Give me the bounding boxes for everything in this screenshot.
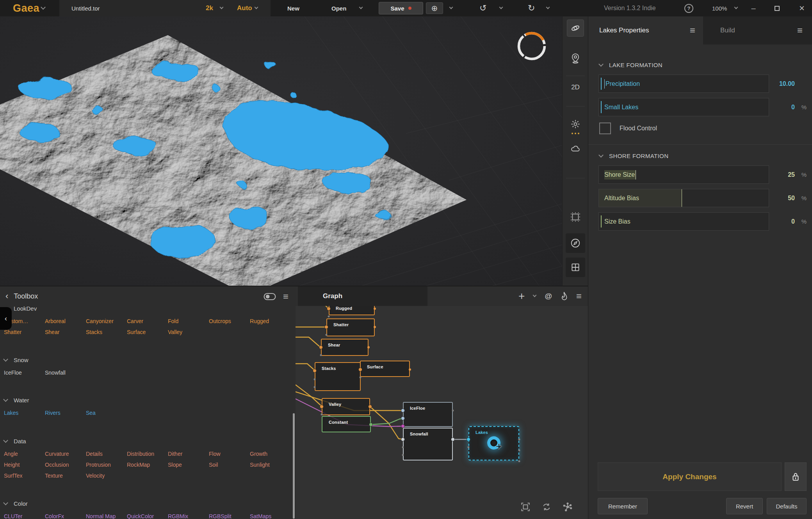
fit-to-view-icon[interactable] xyxy=(520,502,531,512)
node-source-shear[interactable]: Shear xyxy=(45,329,86,335)
undo-icon[interactable]: ↺ xyxy=(479,0,486,16)
precipitation-input[interactable]: Precipitation xyxy=(598,75,769,93)
graph-node-surface[interactable]: Surface xyxy=(360,361,410,377)
toolbox-scrollbar[interactable] xyxy=(293,413,295,519)
graph-node-shear[interactable]: Shear xyxy=(321,339,369,356)
graph-menu-icon[interactable]: ≡ xyxy=(576,291,582,301)
add-node-icon[interactable]: + xyxy=(518,291,525,302)
node-source-details[interactable]: Details xyxy=(86,451,127,457)
shore-size-input[interactable]: Shore Size xyxy=(598,165,769,184)
node-source-icefloe[interactable]: IceFloe xyxy=(4,370,45,376)
resolution-chevron-icon[interactable] xyxy=(220,0,223,16)
close-button[interactable]: × xyxy=(796,0,807,16)
node-source-canyonizer[interactable]: Canyonizer xyxy=(86,318,127,324)
lighting-button[interactable] xyxy=(563,119,588,130)
node-source-sea[interactable]: Sea xyxy=(86,410,127,416)
graph-node-shatter[interactable]: Shatter xyxy=(326,318,375,336)
node-source-sunlight[interactable]: Sunlight xyxy=(250,462,291,468)
app-menu-chevron-icon[interactable] xyxy=(41,0,45,16)
section-snow-header[interactable]: Snow xyxy=(4,357,290,363)
section-lake-formation[interactable]: LAKE FORMATION xyxy=(599,62,807,68)
graph-node-lakes-selected[interactable]: Lakes xyxy=(468,426,519,460)
node-source-fold[interactable]: Fold xyxy=(168,318,209,324)
layout-grid-button[interactable] xyxy=(566,258,585,277)
tab-lakes-properties[interactable]: Lakes Properties ≡ xyxy=(588,16,703,44)
node-source-shatter[interactable]: Shatter xyxy=(4,329,45,335)
ui-zoom-dropdown[interactable]: 100% xyxy=(712,0,727,16)
redo-icon[interactable]: ↻ xyxy=(528,0,535,16)
node-source-cluter[interactable]: CLUTer xyxy=(4,513,45,519)
graph-node-constant[interactable]: Constant xyxy=(322,416,371,432)
ui-zoom-chevron-icon[interactable] xyxy=(735,0,737,16)
node-source-velocity[interactable]: Velocity xyxy=(86,473,127,479)
node-source-angle[interactable]: Angle xyxy=(4,451,45,457)
node-source-surftex[interactable]: SurfTex xyxy=(4,473,45,479)
node-source-dither[interactable]: Dither xyxy=(168,451,209,457)
flame-icon[interactable] xyxy=(561,292,568,300)
node-source-flow[interactable]: Flow xyxy=(209,451,250,457)
revert-button[interactable]: Revert xyxy=(726,498,763,514)
node-source-arboreal[interactable]: Arboreal xyxy=(45,318,86,324)
toolbox-collapse-flyout[interactable]: ‹ xyxy=(0,307,12,330)
properties-menu-icon[interactable]: ≡ xyxy=(690,26,695,35)
flood-control-checkbox[interactable] xyxy=(599,123,611,134)
minimize-button[interactable]: – xyxy=(748,0,759,16)
node-source-quickcolor[interactable]: QuickColor xyxy=(127,513,168,519)
node-source-l[interactable]: Lakes xyxy=(4,410,45,416)
quality-mode-dropdown[interactable]: Auto xyxy=(237,0,252,16)
node-source-carver[interactable]: Carver xyxy=(127,318,168,324)
save-button[interactable]: Save xyxy=(379,2,423,14)
graph-node-snowfall[interactable]: Snowfall xyxy=(403,428,453,460)
toolbox-back-chevron-icon[interactable]: ‹ xyxy=(5,291,8,301)
quality-chevron-icon[interactable] xyxy=(255,0,258,16)
node-source-valley[interactable]: Valley xyxy=(168,329,209,335)
node-source-colorfx[interactable]: ColorFx xyxy=(45,513,86,519)
node-source-rugged[interactable]: Rugged xyxy=(250,318,291,324)
small-lakes-input[interactable]: Small Lakes xyxy=(598,98,769,116)
app-menu-button[interactable]: Gaea xyxy=(13,0,39,16)
section-lookdev-header[interactable]: LookDev xyxy=(4,305,290,312)
add-node-chevron-icon[interactable] xyxy=(533,293,537,297)
open-button[interactable]: Open xyxy=(331,0,346,16)
toolbox-menu-icon[interactable]: ≡ xyxy=(283,292,288,301)
tab-build[interactable]: Build ≡ xyxy=(703,16,812,44)
build-menu-icon[interactable]: ≡ xyxy=(797,26,803,35)
maximize-button[interactable] xyxy=(775,0,780,16)
atmosphere-button[interactable] xyxy=(563,143,588,154)
node-source-stacks[interactable]: Stacks xyxy=(86,329,127,335)
view-2d-mode-button[interactable]: 2D xyxy=(563,84,588,91)
node-source-growth[interactable]: Growth xyxy=(250,451,291,457)
node-source-rivers[interactable]: Rivers xyxy=(45,410,86,416)
node-source-rgbmix[interactable]: RGBMix xyxy=(168,513,209,519)
node-source-rockmap[interactable]: RockMap xyxy=(127,462,168,468)
section-data-header[interactable]: Data xyxy=(4,438,290,444)
open-chevron-icon[interactable] xyxy=(360,0,362,16)
redo-history-chevron-icon[interactable] xyxy=(547,0,549,16)
undo-history-chevron-icon[interactable] xyxy=(500,0,502,16)
node-source-surface[interactable]: Surface xyxy=(127,329,168,335)
toolbox-view-toggle-icon[interactable] xyxy=(264,292,276,301)
resolution-dropdown[interactable]: 2k xyxy=(206,0,213,16)
node-source-height[interactable]: Height xyxy=(4,462,45,468)
frame-region-button[interactable] xyxy=(563,212,588,222)
rebuild-sync-icon[interactable] xyxy=(541,502,552,512)
graph-node-icefloe[interactable]: IceFloe xyxy=(403,402,453,427)
node-source-snowfall[interactable]: Snowfall xyxy=(45,370,86,376)
defaults-button[interactable]: Defaults xyxy=(767,498,807,514)
node-source-normalmap[interactable]: Normal Map xyxy=(86,513,127,519)
graph-node-valley[interactable]: Valley xyxy=(322,398,370,415)
document-tab[interactable]: Untitled.tor 2k Auto xyxy=(59,0,271,16)
lock-apply-button[interactable] xyxy=(785,462,807,491)
node-source-texture[interactable]: Texture xyxy=(45,473,86,479)
compass-navigation-button[interactable] xyxy=(566,233,585,253)
new-button[interactable]: New xyxy=(287,0,299,16)
node-source-soil[interactable]: Soil xyxy=(209,462,250,468)
help-button[interactable]: ? xyxy=(684,0,693,16)
node-source-distribution[interactable]: Distribution xyxy=(127,451,168,457)
add-resource-button[interactable]: ⊕ xyxy=(426,2,443,14)
view-3d-mode-button[interactable] xyxy=(567,20,584,37)
node-source-rgbsplit[interactable]: RGBSplit xyxy=(209,513,250,519)
node-source-outcrops[interactable]: Outcrops xyxy=(209,318,250,324)
node-source-satmaps[interactable]: SatMaps xyxy=(250,513,291,519)
node-network-icon[interactable] xyxy=(563,502,573,512)
